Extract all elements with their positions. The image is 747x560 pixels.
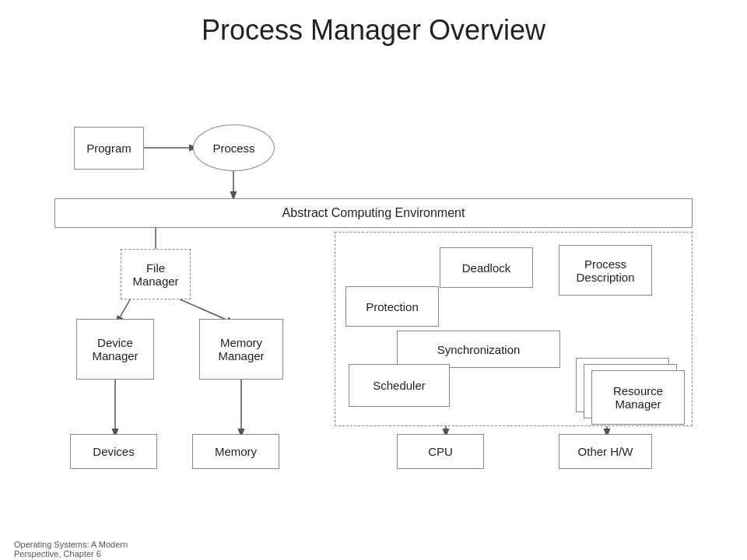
memory-box: Memory: [192, 434, 279, 469]
footer-text: Operating Systems: A Modern Perspective,…: [14, 540, 128, 558]
scheduler-box: Scheduler: [349, 364, 450, 407]
file-manager-box: File Manager: [121, 249, 191, 299]
device-manager-box: Device Manager: [76, 319, 154, 380]
memory-manager-box: Memory Manager: [199, 319, 283, 380]
program-box: Program: [74, 127, 144, 170]
devices-box: Devices: [70, 434, 157, 469]
other-hw-box: Other H/W: [559, 434, 652, 469]
resource-manager-box: Resource Manager: [591, 370, 685, 425]
process-box: Process: [193, 124, 275, 171]
page-title: Process Manager Overview: [0, 0, 747, 54]
process-description-box: Process Description: [559, 245, 652, 296]
synchronization-box: Synchronization: [397, 331, 560, 368]
deadlock-box: Deadlock: [440, 247, 533, 288]
protection-box: Protection: [345, 286, 439, 327]
abstract-box: Abstract Computing Environment: [54, 198, 693, 228]
cpu-box: CPU: [397, 434, 484, 469]
